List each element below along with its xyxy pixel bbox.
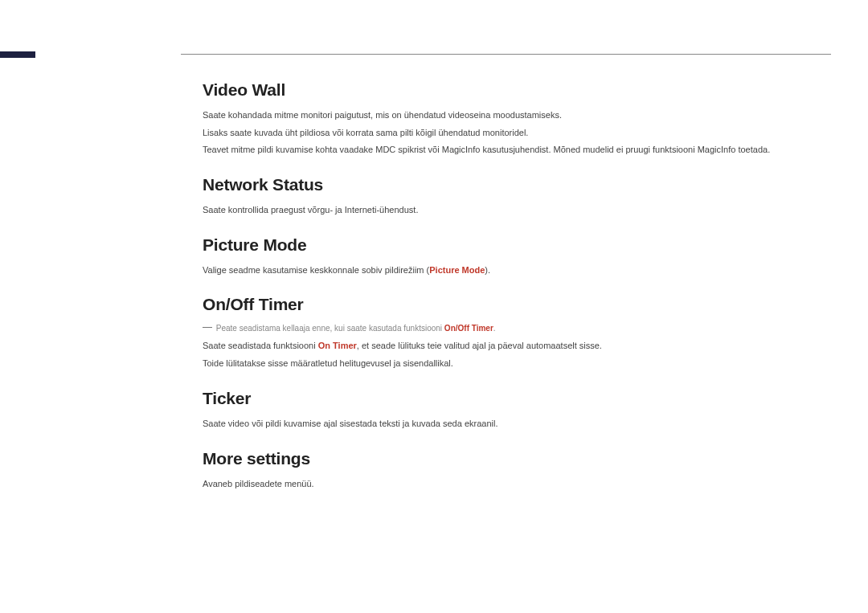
highlight-picture-mode: Picture Mode: [429, 265, 485, 275]
section-onoff-timer: On/Off Timer Peate seadistama kellaaja e…: [203, 295, 831, 370]
heading-onoff-timer: On/Off Timer: [203, 295, 831, 314]
body-text: Valige seadme kasutamise keskkonnale sob…: [203, 263, 831, 278]
body-text: Saate seadistada funktsiooni On Timer, e…: [203, 338, 831, 353]
section-more-settings: More settings Avaneb pildiseadete menüü.: [203, 449, 831, 492]
note-text: Peate seadistama kellaaja enne, kui saat…: [203, 322, 831, 335]
side-tab-marker: [0, 51, 35, 58]
body-text: Saate kohandada mitme monitori paigutust…: [203, 108, 831, 123]
heading-more-settings: More settings: [203, 449, 831, 468]
section-video-wall: Video Wall Saate kohandada mitme monitor…: [203, 80, 831, 157]
note-dash-icon: [203, 327, 212, 328]
text-fragment: Peate seadistama kellaaja enne, kui saat…: [216, 324, 444, 333]
heading-ticker: Ticker: [203, 389, 831, 408]
highlight-onoff-timer: On/Off Timer: [444, 324, 493, 333]
text-fragment: .: [493, 324, 496, 333]
heading-picture-mode: Picture Mode: [203, 235, 831, 255]
body-text: Saate kontrollida praegust võrgu- ja Int…: [203, 202, 831, 218]
text-fragment: Valige seadme kasutamise keskkonnale sob…: [203, 265, 429, 275]
heading-video-wall: Video Wall: [203, 80, 831, 100]
body-text: Lisaks saate kuvada üht pildiosa või kor…: [203, 125, 831, 141]
body-text: Saate video või pildi kuvamise ajal sise…: [203, 416, 831, 431]
text-fragment: Saate seadistada funktsiooni: [203, 341, 318, 350]
text-fragment: ).: [485, 265, 490, 275]
body-text: Teavet mitme pildi kuvamise kohta vaadak…: [203, 142, 831, 157]
section-ticker: Ticker Saate video või pildi kuvamise aj…: [203, 389, 831, 431]
section-network-status: Network Status Saate kontrollida praegus…: [203, 175, 831, 218]
heading-network-status: Network Status: [203, 175, 831, 194]
body-text: Toide lülitatakse sisse määratletud heli…: [203, 356, 831, 371]
section-picture-mode: Picture Mode Valige seadme kasutamise ke…: [203, 235, 831, 278]
body-text: Avaneb pildiseadete menüü.: [203, 476, 831, 492]
top-divider: [181, 54, 831, 55]
highlight-on-timer: On Timer: [318, 341, 357, 350]
text-fragment: , et seade lülituks teie valitud ajal ja…: [357, 341, 602, 350]
document-content: Video Wall Saate kohandada mitme monitor…: [203, 80, 831, 509]
